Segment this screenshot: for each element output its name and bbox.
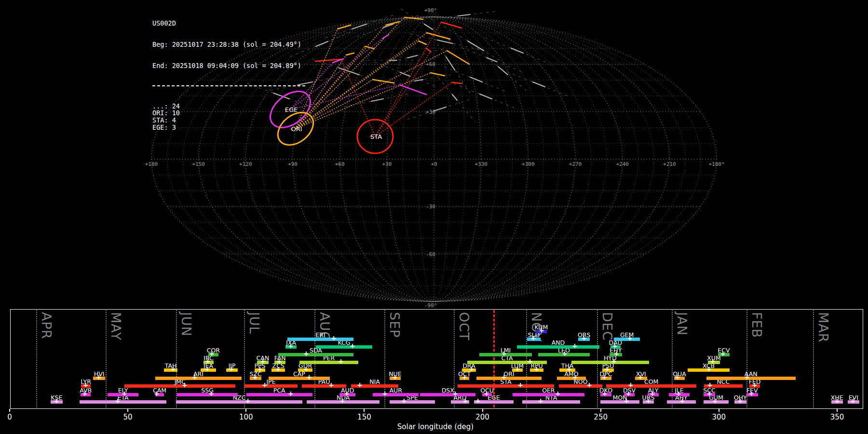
peak-marker: + xyxy=(707,381,713,388)
peak-marker: + xyxy=(328,381,334,388)
tick-label: 0 xyxy=(7,413,12,421)
peak-marker: + xyxy=(262,381,268,388)
peak-marker: + xyxy=(115,397,121,404)
peak-marker: + xyxy=(720,350,726,357)
peak-marker: + xyxy=(260,358,266,365)
peak-marker: + xyxy=(469,366,475,372)
x-axis-title: Solar longitude (deg) xyxy=(397,422,474,431)
peak-marker: + xyxy=(252,374,258,380)
peak-marker: + xyxy=(208,390,214,397)
peak-marker: + xyxy=(382,390,388,397)
peak-marker: + xyxy=(170,366,176,372)
axis-tick xyxy=(364,409,365,412)
tick-label: 350 xyxy=(830,413,844,421)
peak-marker: + xyxy=(501,374,507,380)
peak-marker: + xyxy=(624,397,629,404)
peak-marker: + xyxy=(205,358,211,365)
peak-marker: + xyxy=(401,397,407,404)
peak-marker: + xyxy=(737,397,743,404)
peak-marker: + xyxy=(82,390,88,397)
peak-marker: + xyxy=(538,397,543,404)
peak-marker: + xyxy=(850,397,856,404)
month-label: FEB xyxy=(749,312,764,338)
peak-marker: + xyxy=(679,397,685,404)
peak-marker: + xyxy=(276,358,282,365)
activity-timeline: Solar longitude (deg) APRMAYJUNJULAUGSEP… xyxy=(0,0,868,434)
tick-label: 50 xyxy=(123,413,133,421)
month-separator xyxy=(244,310,245,407)
peak-marker: + xyxy=(601,374,607,380)
peak-marker: + xyxy=(625,390,631,397)
month-label: APR xyxy=(39,312,54,339)
peak-marker: + xyxy=(350,342,355,349)
month-separator xyxy=(597,310,598,407)
axis-tick xyxy=(719,409,719,412)
peak-marker: + xyxy=(572,342,578,349)
peak-marker: + xyxy=(744,374,750,380)
tick-label: 250 xyxy=(594,413,608,421)
peak-marker: + xyxy=(613,350,619,357)
shower-label: ERI xyxy=(315,331,325,339)
month-label: JUL xyxy=(247,312,262,334)
peak-marker: + xyxy=(209,350,215,357)
peak-marker: + xyxy=(534,366,540,372)
axis-tick xyxy=(9,409,10,412)
peak-marker: + xyxy=(515,366,520,372)
peak-marker: + xyxy=(357,381,363,388)
peak-marker: + xyxy=(637,374,643,380)
peak-marker: + xyxy=(303,350,309,357)
peak-marker: + xyxy=(462,397,468,404)
peak-marker: + xyxy=(604,366,610,372)
peak-marker: + xyxy=(339,397,345,404)
peak-marker: + xyxy=(706,366,712,372)
peak-marker: + xyxy=(192,374,198,380)
shower-label: OER xyxy=(542,387,555,394)
peak-marker: + xyxy=(706,390,712,397)
peak-marker: + xyxy=(338,358,344,365)
month-label: OCT xyxy=(457,312,472,341)
peak-marker: + xyxy=(646,397,651,404)
peak-marker: + xyxy=(676,390,681,397)
shower-label: AUR xyxy=(389,387,402,394)
month-separator xyxy=(813,310,814,407)
peak-marker: + xyxy=(572,374,578,380)
peak-marker: + xyxy=(331,335,337,341)
peak-marker: + xyxy=(96,374,102,380)
peak-marker: + xyxy=(627,335,633,341)
axis-tick xyxy=(837,409,838,412)
peak-marker: + xyxy=(675,374,680,380)
peak-marker: + xyxy=(748,390,754,397)
month-label: DEC xyxy=(600,312,615,341)
tick-label: 150 xyxy=(357,413,371,421)
peak-marker: + xyxy=(275,366,281,372)
peak-marker: + xyxy=(517,381,523,388)
peak-marker: + xyxy=(229,366,234,372)
peak-marker: + xyxy=(539,327,544,334)
peak-marker: + xyxy=(611,358,617,365)
peak-marker: + xyxy=(530,335,536,341)
peak-marker: + xyxy=(204,366,210,372)
peak-marker: + xyxy=(710,358,716,365)
peak-marker: + xyxy=(501,350,507,357)
axis-tick xyxy=(482,409,483,412)
peak-marker: + xyxy=(527,358,533,365)
tick-label: 100 xyxy=(239,413,253,421)
peak-marker: + xyxy=(475,397,481,404)
peak-marker: + xyxy=(245,397,251,404)
peak-marker: + xyxy=(484,390,489,397)
peak-marker: + xyxy=(834,397,840,404)
meteor-radiant-plot: +180+150+120+90+60+30+0+330+300+270+240+… xyxy=(0,0,868,434)
peak-marker: + xyxy=(712,397,718,404)
shower-label: AND xyxy=(552,339,565,346)
peak-marker: + xyxy=(182,381,188,388)
peak-marker: + xyxy=(586,381,592,388)
shower-label: NIA xyxy=(369,378,380,385)
peak-marker: + xyxy=(83,381,89,388)
peak-marker: + xyxy=(581,335,587,341)
axis-tick xyxy=(600,409,601,412)
tick-label: 200 xyxy=(475,413,489,421)
peak-marker: + xyxy=(344,390,350,397)
axis-tick xyxy=(127,409,128,412)
peak-marker: + xyxy=(602,390,608,397)
month-label: SEP xyxy=(387,312,402,338)
